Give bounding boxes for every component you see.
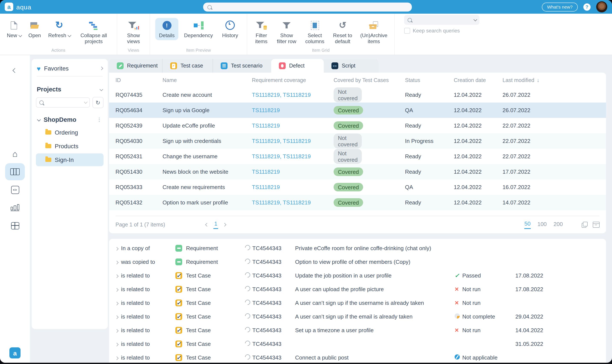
related-item-id[interactable]: TC4544343 [252,313,281,320]
page-size-100[interactable]: 100 [537,221,546,229]
sidebar-folder-products[interactable]: Products [36,140,104,153]
filter-items-button[interactable]: Filter items [252,18,270,47]
relation-row[interactable]: is related to ✓ Test Case TC4544343 A us… [109,310,606,324]
open-button[interactable]: Open [27,18,43,47]
cell-requirement-coverage-link[interactable]: TS1118219, TS1118219 [252,138,311,144]
expand-chevron-icon[interactable] [115,341,118,347]
show-views-button[interactable]: Show views [122,18,145,47]
rail-item-grid[interactable] [5,217,25,234]
tab-script[interactable]: <> Script [324,59,379,73]
prev-page-icon[interactable] [205,223,209,227]
table-row[interactable]: RQ053433 Create new requirements TS11182… [109,180,606,195]
cell-requirement-coverage-link[interactable]: TS1118219 [252,169,280,175]
chevron-down-icon[interactable] [37,118,41,122]
sidebar-folder-sign-in[interactable]: Sign-In [36,153,104,166]
refresh-button[interactable]: Refresh [46,18,72,47]
related-item-id[interactable]: TC4544343 [252,272,281,279]
relation-row[interactable]: is related to ✓ Test Case TC4544343 31.0… [109,337,606,351]
cell-requirement-coverage-link[interactable]: TS1118219, TS1118219 [252,153,311,160]
tab-test-case[interactable]: ✓ Test case [162,59,213,73]
related-item-id[interactable]: TC4544343 [252,245,281,251]
expand-chevron-icon[interactable] [115,300,118,306]
cell-requirement-coverage-link[interactable]: TS1118219 [252,184,280,190]
tab-defect[interactable]: Defect [271,59,324,73]
dependency-button[interactable]: Dependency [182,18,215,40]
copy-icon[interactable] [582,222,588,228]
expand-chevron-icon[interactable] [115,313,118,320]
tab-test-scenario[interactable]: Test scenario [213,59,271,73]
chevron-down-icon[interactable] [84,100,87,104]
related-item-id[interactable]: TC4544343 [252,354,281,361]
project-refresh-button[interactable]: ↻ [92,97,104,108]
related-item-id[interactable]: TC4544343 [252,286,281,292]
expand-chevron-icon[interactable] [115,259,118,265]
table-row[interactable]: RQ052439 Update eCoffe profile TS1118219… [109,118,606,133]
relation-row[interactable]: is related to ✓ Test Case TC4544343 Upda… [109,269,606,282]
relation-row[interactable]: is related to ✓ Test Case TC4544343 Set … [109,324,606,337]
new-button[interactable]: New [5,18,23,47]
chevron-down-icon[interactable] [100,88,103,91]
page-size-50[interactable]: 50 [524,221,530,229]
cell-requirement-coverage-link[interactable]: TS1118219 [252,107,280,113]
related-item-id[interactable]: TC4544343 [252,341,281,347]
col-requirement-coverage[interactable]: Requirement coverage [252,77,306,83]
table-row[interactable]: RQ051430 News block on the website TS111… [109,164,606,180]
rail-item-home[interactable] [5,145,25,162]
chevron-down-icon[interactable] [474,17,477,21]
sort-desc-icon[interactable]: ↓ [537,77,540,83]
col-covered-by-test-cases[interactable]: Covered by Test Cases [334,77,389,83]
history-button[interactable]: History [218,18,242,40]
keep-search-queries-checkbox[interactable] [404,28,410,34]
related-item-id[interactable]: TC4544343 [252,327,281,333]
project-search-input[interactable] [36,97,90,108]
related-item-id[interactable]: TC4544343 [252,300,281,306]
expand-chevron-icon[interactable] [115,272,118,279]
table-row[interactable]: RQ074435 Create new account TS1118219, T… [109,87,606,103]
tree-project-shopdemo[interactable]: ShopDemo ⋮ [36,114,104,125]
rail-item-agents[interactable]: <> [5,181,25,198]
col-last-modified[interactable]: Last modified [503,77,534,83]
current-page[interactable]: 1 [213,221,218,229]
show-filter-row-button[interactable]: Show filter row [274,18,299,47]
tab-requirement[interactable]: Requirement [109,59,162,73]
col-status[interactable]: Status [405,77,420,83]
relation-row[interactable]: is related to ✓ Test Case TC4544343 A us… [109,296,606,310]
table-row[interactable]: RQ051432 Option to mark user profile TS1… [109,195,606,210]
table-row[interactable]: RQ054030 Sign up with credentials TS1118… [109,133,606,149]
relation-row[interactable]: is related to ✓ Test Case TC4544343 Conn… [109,351,606,363]
next-page-icon[interactable] [223,223,226,227]
chevron-right-icon[interactable] [100,67,103,70]
user-avatar[interactable] [596,1,607,13]
related-item-id[interactable]: TC4544343 [252,259,281,265]
table-row[interactable]: RQ054634 Sign up via Google TS1118219 Co… [109,103,606,118]
expand-chevron-icon[interactable] [115,286,118,292]
relation-row[interactable]: is related to ✓ Test Case TC4544343 A us… [109,282,606,296]
rail-item-projects[interactable] [5,163,25,180]
relation-row[interactable]: In a copy of Requirement TC4544343 Priva… [109,241,606,255]
ribbon-search-input[interactable] [404,15,479,25]
help-button[interactable]: ? [583,3,591,11]
select-columns-button[interactable]: Select columns [303,18,327,47]
col-creation-date[interactable]: Creation date [454,77,486,83]
expand-chevron-icon[interactable] [115,245,118,251]
archive-box-icon[interactable] [593,222,599,228]
cell-requirement-coverage-link[interactable]: TS1118219, TS1118219 [252,199,311,206]
details-button[interactable]: ! Details [155,18,178,40]
collapse-sidebar-button[interactable] [5,62,25,79]
whats-new-button[interactable]: What's new? [542,2,578,11]
projects-header[interactable]: Projects [36,77,104,97]
table-row[interactable]: RQ052431 Change the username TS1118219, … [109,149,606,164]
rail-item-reports[interactable] [5,199,25,216]
sidebar-folder-ordering[interactable]: Ordering [36,126,104,139]
col-name[interactable]: Name [163,77,177,83]
col-id[interactable]: ID [115,77,121,83]
unarchive-items-button[interactable]: (Un)Archive items [358,18,389,47]
favorites-header[interactable]: ♥ Favorites [36,63,104,76]
expand-chevron-icon[interactable] [115,327,118,333]
expand-chevron-icon[interactable] [115,354,118,361]
kebab-menu-icon[interactable]: ⋮ [97,117,102,123]
relation-row[interactable]: was copied to Requirement TC4544343 Opti… [109,255,606,269]
cell-requirement-coverage-link[interactable]: TS1118219 [252,122,280,129]
global-search-input[interactable] [203,2,412,12]
collapse-all-projects-button[interactable]: Collapse all projects [76,18,112,47]
